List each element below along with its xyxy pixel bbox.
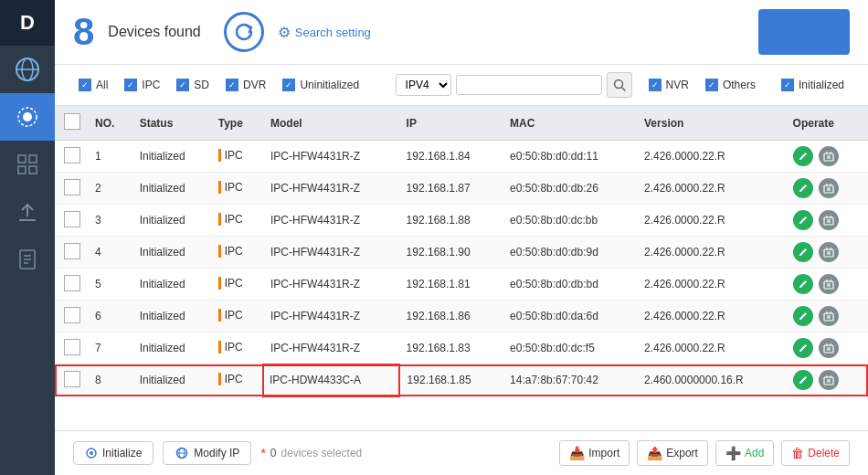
edit-button[interactable] [793, 370, 813, 390]
row-checkbox-cell[interactable] [55, 141, 88, 173]
row-checkbox[interactable] [64, 339, 80, 355]
search-button[interactable] [607, 72, 632, 98]
info-button[interactable] [819, 306, 839, 326]
filter-all[interactable]: ✓ All [73, 77, 113, 93]
sd-checkbox[interactable]: ✓ [176, 79, 189, 91]
row-checkbox-cell[interactable] [55, 269, 88, 301]
row-mac: e0:50:8b:d0:db:9d [503, 237, 637, 269]
sidebar-item-network[interactable] [0, 46, 55, 93]
initialize-button[interactable]: Initialize [73, 441, 153, 465]
table-row[interactable]: 1 Initialized IPC IPC-HFW4431R-Z 192.168… [55, 141, 868, 173]
filter-dvr[interactable]: ✓ DVR [220, 77, 271, 93]
table-row[interactable]: 2 Initialized IPC IPC-HFW4431R-Z 192.168… [55, 173, 868, 205]
ipc-checkbox[interactable]: ✓ [124, 79, 137, 91]
row-model: IPC-HFW4431R-Z [263, 141, 399, 173]
row-checkbox[interactable] [64, 211, 80, 227]
table-row[interactable]: 6 Initialized IPC IPC-HFW4431R-Z 192.168… [55, 301, 868, 332]
edit-button[interactable] [793, 210, 813, 230]
filter-others[interactable]: ✓ Others [700, 77, 761, 93]
edit-button[interactable] [793, 242, 813, 262]
modify-ip-label: Modify IP [194, 447, 239, 459]
row-version: 2.426.0000.22.R [637, 173, 786, 205]
row-checkbox[interactable] [64, 307, 80, 323]
table-row[interactable]: 8 Initialized IPC IPC-HDW4433C-A 192.168… [55, 364, 868, 396]
row-mac: e0:50:8b:d0:db:bd [503, 269, 637, 301]
filter-uninitialized[interactable]: ✓ Uninitialized [277, 77, 365, 93]
selected-info: * 0 devices selected [260, 446, 362, 460]
row-checkbox-cell[interactable] [55, 332, 88, 364]
table-row[interactable]: 3 Initialized IPC IPC-HFW4431R-Z 192.168… [55, 205, 868, 237]
row-checkbox[interactable] [64, 243, 80, 259]
table-row[interactable]: 4 Initialized IPC IPC-HFW4431R-Z 192.168… [55, 237, 868, 269]
search-input[interactable] [456, 75, 602, 95]
row-checkbox[interactable] [64, 371, 80, 387]
delete-button[interactable]: 🗑 Delete [781, 440, 850, 466]
sidebar-item-tools[interactable] [0, 141, 55, 188]
row-model: IPC-HFW4431R-Z [263, 237, 399, 269]
nvr-checkbox[interactable]: ✓ [649, 79, 662, 91]
search-setting[interactable]: ⚙ Search setting [278, 24, 371, 41]
info-button[interactable] [819, 274, 839, 294]
delete-icon: 🗑 [791, 446, 804, 460]
header-right-panel [758, 9, 850, 55]
row-no: 1 [88, 141, 132, 173]
export-button[interactable]: 📤 Export [637, 440, 708, 466]
filter-initialized[interactable]: ✓ Initialized [776, 77, 850, 93]
row-mac: e0:50:8b:d0:dc:f5 [503, 332, 637, 364]
sidebar-item-upload[interactable] [0, 188, 55, 236]
edit-button[interactable] [793, 178, 813, 198]
row-checkbox[interactable] [64, 275, 80, 291]
svg-rect-21 [824, 185, 833, 193]
search-setting-label: Search setting [295, 26, 371, 39]
table-row[interactable]: 7 Initialized IPC IPC-HFW4431R-Z 192.168… [55, 332, 868, 364]
row-type: IPC [211, 301, 263, 332]
dvr-checkbox[interactable]: ✓ [226, 79, 238, 91]
row-mac: 14:a7:8b:67:70:42 [503, 364, 637, 396]
sidebar-item-document[interactable] [0, 236, 55, 283]
select-all-checkbox[interactable] [64, 113, 80, 130]
modify-ip-button[interactable]: Modify IP [163, 441, 251, 465]
info-button[interactable] [819, 370, 839, 390]
all-checkbox[interactable]: ✓ [79, 79, 91, 91]
filter-sd[interactable]: ✓ SD [171, 77, 215, 93]
info-button[interactable] [819, 146, 839, 166]
table-row[interactable]: 5 Initialized IPC IPC-HFW4431R-Z 192.168… [55, 269, 868, 301]
row-checkbox-cell[interactable] [55, 173, 88, 205]
ipv4-dropdown[interactable]: IPV4 IPV6 [396, 74, 451, 96]
edit-button[interactable] [793, 306, 813, 326]
edit-button[interactable] [793, 274, 813, 294]
row-checkbox-cell[interactable] [55, 237, 88, 269]
svg-rect-7 [18, 166, 26, 174]
sidebar-item-active[interactable] [0, 93, 55, 141]
info-button[interactable] [819, 178, 839, 198]
uninitialized-checkbox[interactable]: ✓ [282, 79, 295, 91]
info-button[interactable] [819, 210, 839, 230]
filter-ipc[interactable]: ✓ IPC [119, 77, 165, 93]
row-checkbox[interactable] [64, 179, 80, 195]
dvr-label: DVR [243, 79, 266, 91]
filter-nvr[interactable]: ✓ NVR [643, 77, 694, 93]
svg-rect-36 [824, 281, 833, 289]
info-button[interactable] [819, 338, 839, 358]
type-bar-icon [218, 277, 221, 290]
row-checkbox[interactable] [64, 147, 80, 164]
row-ip: 192.168.1.81 [399, 269, 503, 301]
others-checkbox[interactable]: ✓ [705, 79, 718, 91]
export-label: Export [666, 447, 698, 459]
row-ip: 192.168.1.86 [399, 301, 503, 332]
row-checkbox-cell[interactable] [55, 205, 88, 237]
add-button[interactable]: ➕ Add [715, 440, 774, 466]
edit-button[interactable] [793, 146, 813, 166]
header: 8 Devices found ⚙ Search setting [55, 0, 868, 65]
info-button[interactable] [819, 242, 839, 262]
col-checkbox[interactable] [55, 106, 88, 141]
refresh-button[interactable] [224, 12, 264, 52]
row-checkbox-cell[interactable] [55, 364, 88, 396]
type-bar-icon [218, 309, 221, 322]
initialized-checkbox[interactable]: ✓ [781, 79, 794, 91]
svg-rect-41 [824, 313, 833, 321]
edit-button[interactable] [793, 338, 813, 358]
others-label: Others [723, 79, 756, 91]
row-checkbox-cell[interactable] [55, 301, 88, 332]
import-button[interactable]: 📥 Import [559, 440, 630, 466]
